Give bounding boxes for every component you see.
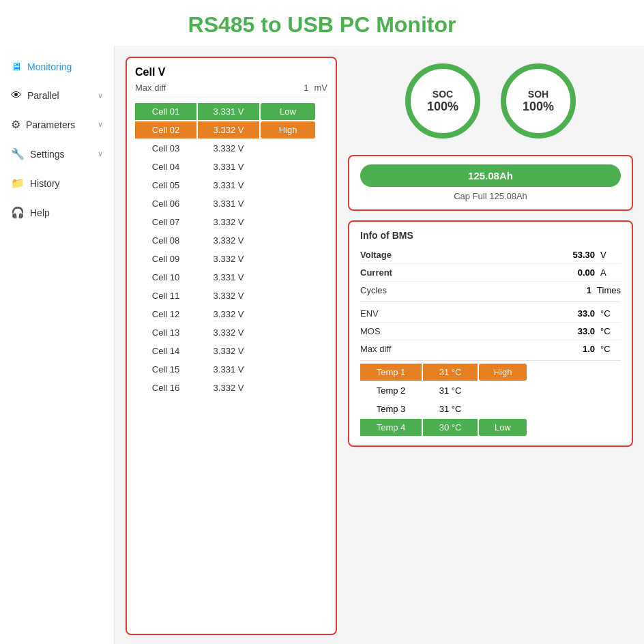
capacity-bar: 125.08Ah bbox=[360, 164, 621, 187]
table-row: Cell 023.332 VHigh bbox=[135, 121, 327, 138]
cell-name-12: Cell 12 bbox=[135, 306, 196, 323]
sidebar-label-settings: Settings bbox=[30, 149, 65, 160]
bms-extra-unit-0: °C bbox=[600, 308, 621, 319]
cell-panel: Cell V Max diff 1 mV Cell 013.331 VLowCe… bbox=[126, 57, 337, 635]
cell-status-11 bbox=[261, 293, 315, 299]
list-item: MOS33.0°C bbox=[360, 323, 621, 340]
cell-voltage-1: 3.331 V bbox=[198, 103, 259, 120]
cell-name-15: Cell 15 bbox=[135, 361, 196, 378]
soh-value: 100% bbox=[523, 100, 554, 114]
history-icon: 📁 bbox=[11, 177, 25, 190]
sidebar-item-help[interactable]: 🎧Help bbox=[0, 198, 114, 227]
temp-status-4: Low bbox=[479, 419, 527, 436]
table-row: Cell 063.331 V bbox=[135, 195, 327, 212]
temp-value-2: 31 °C bbox=[423, 382, 478, 399]
cell-panel-maxdiff: Max diff 1 mV bbox=[135, 83, 327, 98]
cell-name-10: Cell 10 bbox=[135, 269, 196, 286]
table-row: Cell 113.332 V bbox=[135, 287, 327, 304]
bms-rows-container: Voltage53.30VCurrent0.00ACycles1Times bbox=[360, 246, 621, 299]
table-row: Temp 331 °C bbox=[360, 400, 621, 418]
sidebar-item-settings[interactable]: 🔧Settings∨ bbox=[0, 139, 114, 169]
bms-extra-unit-2: °C bbox=[600, 344, 621, 354]
list-item: Cycles1Times bbox=[360, 282, 621, 299]
sidebar: 🖥Monitoring👁Parallel∨⚙Parameters∨🔧Settin… bbox=[0, 46, 115, 644]
table-row: Cell 073.332 V bbox=[135, 214, 327, 231]
help-icon: 🎧 bbox=[11, 206, 25, 219]
bms-label-1: Current bbox=[360, 267, 392, 278]
page-title: RS485 to USB PC Monitor bbox=[0, 12, 644, 38]
cell-voltage-12: 3.332 V bbox=[198, 306, 259, 323]
cell-status-7 bbox=[261, 219, 315, 226]
cell-voltage-3: 3.332 V bbox=[198, 140, 259, 157]
bms-unit-0: V bbox=[600, 250, 621, 260]
cell-name-1: Cell 01 bbox=[135, 103, 196, 120]
cell-voltage-16: 3.332 V bbox=[198, 379, 259, 396]
sidebar-item-monitoring[interactable]: 🖥Monitoring bbox=[0, 53, 114, 81]
cell-name-6: Cell 06 bbox=[135, 195, 196, 212]
table-row: Cell 013.331 VLow bbox=[135, 103, 327, 120]
sidebar-item-parameters[interactable]: ⚙Parameters∨ bbox=[0, 110, 114, 139]
table-row: Temp 131 °CHigh bbox=[360, 364, 621, 381]
temp-name-3: Temp 3 bbox=[360, 400, 422, 418]
table-row: Cell 093.332 V bbox=[135, 250, 327, 267]
sidebar-item-history[interactable]: 📁History bbox=[0, 169, 114, 198]
cell-panel-title: Cell V bbox=[135, 66, 327, 78]
cell-status-9 bbox=[261, 256, 315, 263]
parallel-icon: 👁 bbox=[11, 89, 22, 102]
divider2 bbox=[360, 360, 621, 361]
bms-value-1: 0.00 bbox=[561, 267, 595, 278]
cell-status-3 bbox=[261, 145, 315, 152]
bms-title: Info of BMS bbox=[360, 230, 621, 241]
chevron-icon-parallel: ∨ bbox=[98, 91, 103, 100]
list-item: Current0.00A bbox=[360, 264, 621, 282]
max-diff-label: Max diff bbox=[135, 83, 166, 93]
temp-value-3: 31 °C bbox=[423, 400, 478, 418]
cell-voltage-2: 3.332 V bbox=[198, 121, 259, 138]
temp-value-1: 31 °C bbox=[423, 364, 478, 381]
soh-label: SOH bbox=[528, 89, 548, 100]
cell-name-5: Cell 05 bbox=[135, 177, 196, 194]
cell-status-15 bbox=[261, 366, 315, 373]
soh-container: SOH 100% bbox=[501, 63, 576, 138]
bms-section: Info of BMS Voltage53.30VCurrent0.00ACyc… bbox=[348, 220, 633, 447]
cell-name-11: Cell 11 bbox=[135, 287, 196, 304]
bms-value-2: 1 bbox=[557, 285, 591, 295]
capacity-section: 125.08Ah Cap Full 125.08Ah bbox=[348, 155, 633, 211]
sidebar-item-parallel[interactable]: 👁Parallel∨ bbox=[0, 81, 114, 110]
bms-unit-2: Times bbox=[597, 285, 621, 295]
table-row: Cell 053.331 V bbox=[135, 177, 327, 194]
bms-label-2: Cycles bbox=[360, 285, 387, 295]
cell-name-13: Cell 13 bbox=[135, 324, 196, 341]
bms-extra-value-1: 33.0 bbox=[561, 326, 595, 336]
cell-name-16: Cell 16 bbox=[135, 379, 196, 396]
cell-status-16 bbox=[261, 385, 315, 392]
table-row: Cell 163.332 V bbox=[135, 379, 327, 396]
cell-voltage-13: 3.332 V bbox=[198, 324, 259, 341]
cell-voltage-5: 3.331 V bbox=[198, 177, 259, 194]
cell-voltage-7: 3.332 V bbox=[198, 214, 259, 231]
cell-status-1: Low bbox=[261, 103, 315, 120]
bms-extra-label-1: MOS bbox=[360, 326, 381, 336]
cap-full-label: Cap Full 125.08Ah bbox=[360, 191, 621, 201]
cell-name-3: Cell 03 bbox=[135, 140, 196, 157]
cell-voltage-6: 3.331 V bbox=[198, 195, 259, 212]
table-row: Cell 043.331 V bbox=[135, 158, 327, 175]
max-diff-unit: mV bbox=[314, 83, 328, 93]
cell-voltage-8: 3.332 V bbox=[198, 232, 259, 249]
cell-voltage-10: 3.331 V bbox=[198, 269, 259, 286]
cell-status-2: High bbox=[261, 121, 315, 138]
table-row: Cell 153.331 V bbox=[135, 361, 327, 378]
table-row: Cell 123.332 V bbox=[135, 306, 327, 323]
content-area: Cell V Max diff 1 mV Cell 013.331 VLowCe… bbox=[115, 46, 644, 644]
temp-name-2: Temp 2 bbox=[360, 382, 422, 399]
sidebar-label-history: History bbox=[30, 178, 60, 189]
soc-container: SOC 100% bbox=[405, 63, 480, 138]
soc-label: SOC bbox=[433, 89, 453, 100]
table-row: Cell 033.332 V bbox=[135, 140, 327, 157]
bms-unit-1: A bbox=[600, 267, 621, 278]
cell-voltage-11: 3.332 V bbox=[198, 287, 259, 304]
bms-extra-label-0: ENV bbox=[360, 308, 379, 319]
cell-status-13 bbox=[261, 330, 315, 336]
table-row: Temp 231 °C bbox=[360, 382, 621, 399]
sidebar-label-help: Help bbox=[30, 207, 50, 218]
